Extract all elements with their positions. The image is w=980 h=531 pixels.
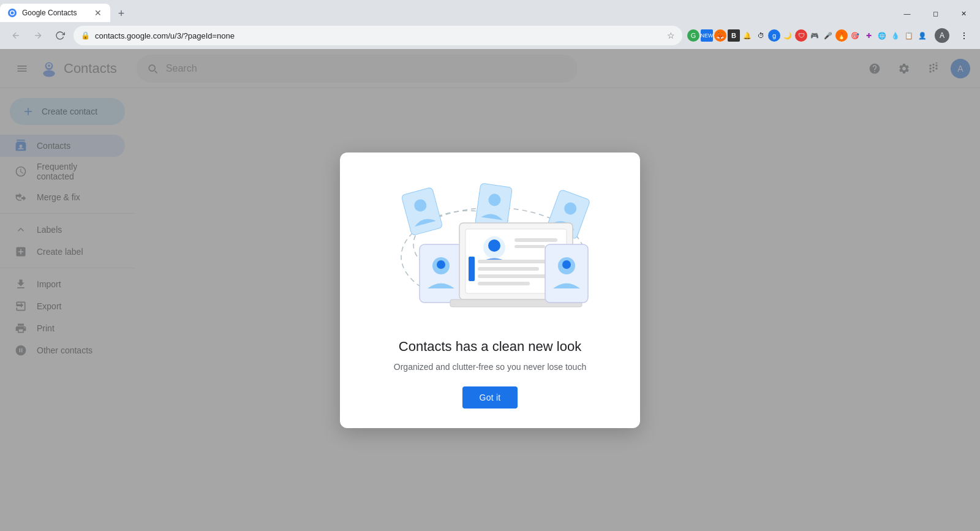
- close-button[interactable]: ✕: [949, 5, 978, 22]
- svg-rect-28: [478, 274, 551, 278]
- svg-rect-10: [401, 187, 443, 235]
- ext-bell[interactable]: 🔔: [741, 29, 753, 42]
- more-options-button[interactable]: ⋮: [956, 27, 973, 44]
- forward-button[interactable]: [29, 27, 47, 44]
- ext-mic[interactable]: 🎤: [822, 29, 834, 42]
- svg-point-18: [437, 260, 445, 269]
- modal-subtitle: Organized and clutter-free so you never …: [364, 362, 616, 372]
- ext-shield[interactable]: 🛡: [795, 29, 807, 42]
- got-it-button[interactable]: Got it: [462, 386, 518, 409]
- extension-icons: G NEW 🦊 B 🔔 ⏱ g 🌙 🛡 🎮 🎤 🔥 🎯 ✚ 🌐 💧 📋 👤: [687, 29, 929, 42]
- svg-point-33: [562, 260, 571, 269]
- ext-target[interactable]: 🎯: [849, 29, 861, 42]
- ext-fire[interactable]: 🔥: [835, 29, 848, 42]
- ext-list[interactable]: 📋: [903, 29, 915, 42]
- modal-illustration: [364, 177, 616, 324]
- lock-icon: 🔒: [81, 31, 90, 40]
- tab-close-button[interactable]: ✕: [93, 8, 103, 18]
- url-text: contacts.google.com/u/3/?pageId=none: [95, 31, 662, 40]
- window-controls: — ◻ ✕: [893, 5, 980, 22]
- ext-earth[interactable]: 🌐: [876, 29, 888, 42]
- tab-title: Google Contacts: [22, 9, 88, 17]
- svg-rect-25: [469, 257, 475, 281]
- browser-tab[interactable]: Google Contacts ✕: [0, 4, 110, 22]
- ext-new[interactable]: NEW: [701, 29, 713, 42]
- ext-firefox[interactable]: 🦊: [714, 29, 726, 42]
- bookmark-icon[interactable]: ☆: [667, 31, 675, 40]
- maximize-button[interactable]: ◻: [921, 5, 949, 22]
- account-icon[interactable]: A: [933, 27, 951, 44]
- ext-drop[interactable]: 💧: [889, 29, 902, 42]
- ext-game[interactable]: 🎮: [809, 29, 821, 42]
- back-button[interactable]: [7, 27, 24, 44]
- ext-google[interactable]: G: [687, 29, 699, 42]
- modal-title: Contacts has a clean new look: [364, 339, 616, 355]
- svg-point-1: [11, 12, 14, 15]
- url-bar[interactable]: 🔒 contacts.google.com/u/3/?pageId=none ☆: [74, 26, 682, 45]
- ext-g2[interactable]: g: [768, 29, 780, 42]
- reload-button[interactable]: [51, 27, 69, 44]
- ext-clock[interactable]: ⏱: [755, 29, 767, 42]
- welcome-modal: Contacts has a clean new look Organized …: [340, 153, 640, 428]
- tab-favicon: [7, 8, 17, 18]
- ext-cross[interactable]: ✚: [862, 29, 875, 42]
- svg-rect-23: [514, 238, 557, 242]
- svg-rect-29: [478, 282, 530, 285]
- svg-point-22: [488, 239, 500, 252]
- minimize-button[interactable]: —: [893, 5, 921, 22]
- svg-rect-24: [514, 245, 545, 248]
- ext-user[interactable]: 👤: [916, 29, 929, 42]
- modal-overlay: Contacts has a clean new look Organized …: [0, 49, 980, 531]
- ext-moon[interactable]: 🌙: [782, 29, 794, 42]
- new-tab-button[interactable]: +: [113, 5, 130, 22]
- svg-rect-27: [478, 267, 539, 271]
- address-bar: 🔒 contacts.google.com/u/3/?pageId=none ☆…: [0, 22, 980, 49]
- ext-b[interactable]: B: [728, 29, 740, 42]
